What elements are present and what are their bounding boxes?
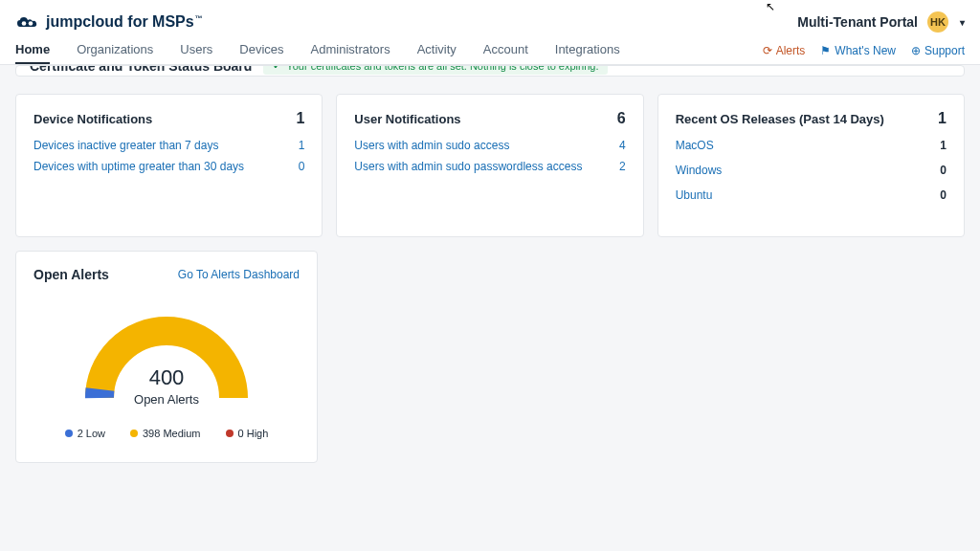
cards-row: Device Notifications 1 Devices inactive … [15, 94, 965, 237]
list-item: Devices inactive greater than 7 days 1 [33, 139, 304, 152]
os-windows-link[interactable]: Windows [676, 164, 723, 177]
device-card-count: 1 [296, 110, 304, 127]
nav-tabs: Home Organizations Users Devices Adminis… [15, 36, 620, 64]
page-body: Certificate and Token Status Board ✔ You… [0, 65, 980, 478]
tab-administrators[interactable]: Administrators [311, 36, 390, 64]
nav-whatsnew-link[interactable]: ⚑What's New [820, 44, 896, 57]
avatar[interactable]: HK [927, 11, 948, 33]
brand[interactable]: jumpcloud for MSPs™ [15, 13, 203, 31]
list-item: MacOS 1 [676, 139, 947, 152]
legend-high: 0 High [226, 428, 269, 439]
navbar: Home Organizations Users Devices Adminis… [0, 36, 980, 65]
list-item: Windows 0 [676, 164, 947, 177]
svg-point-1 [29, 21, 33, 26]
tab-devices[interactable]: Devices [239, 36, 283, 64]
dot-medium-icon [130, 430, 138, 437]
os-card-count: 1 [938, 110, 947, 127]
device-card-title: Device Notifications [33, 112, 152, 126]
legend-medium: 398 Medium [130, 428, 201, 439]
brand-logo-icon [15, 14, 40, 30]
top-right: Multi-Tenant Portal HK ▾ [797, 11, 965, 33]
brand-name: jumpcloud for MSPs™ [46, 13, 203, 31]
os-macos-link[interactable]: MacOS [676, 139, 714, 152]
cert-status-viewall[interactable]: View All [914, 65, 950, 68]
user-sudo-pwless-value: 2 [619, 160, 626, 173]
dot-low-icon [65, 430, 73, 437]
open-alerts-card: Open Alerts Go To Alerts Dashboard 400 O… [15, 251, 318, 463]
tab-integrations[interactable]: Integrations [555, 36, 620, 64]
list-item: Users with admin sudo passwordless acces… [354, 160, 625, 173]
cert-status-title: Certificate and Token Status Board [30, 65, 252, 74]
cert-status-bar: Certificate and Token Status Board ✔ You… [15, 65, 965, 77]
os-ubuntu-link[interactable]: Ubuntu [676, 188, 713, 202]
tab-organizations[interactable]: Organizations [77, 36, 153, 64]
alerts-legend: 2 Low 398 Medium 0 High [33, 428, 300, 439]
dot-high-icon [226, 430, 234, 437]
user-notifications-card: User Notifications 6 Users with admin su… [336, 94, 643, 237]
legend-low: 2 Low [65, 428, 105, 439]
list-item: Users with admin sudo access 4 [354, 139, 625, 152]
gauge-total: 400 [80, 365, 253, 390]
device-inactive-value: 1 [299, 139, 305, 152]
flag-icon: ⚑ [820, 44, 831, 57]
user-sudo-value: 4 [619, 139, 626, 152]
tab-account[interactable]: Account [483, 36, 528, 64]
nav-alerts-link[interactable]: ⟳Alerts [763, 44, 806, 57]
os-card-title: Recent OS Releases (Past 14 Days) [676, 112, 884, 126]
device-uptime-link[interactable]: Devices with uptime greater than 30 days [33, 160, 244, 173]
nav-links: ⟳Alerts ⚑What's New ⊕Support [763, 44, 965, 57]
cert-status-pill: ✔ Your certificates and tokens are all s… [263, 65, 608, 75]
goto-alerts-dashboard-link[interactable]: Go To Alerts Dashboard [178, 268, 300, 281]
chevron-down-icon[interactable]: ▾ [960, 17, 965, 28]
gauge-label: Open Alerts [80, 392, 253, 407]
lifering-icon: ⊕ [911, 44, 921, 57]
user-card-title: User Notifications [354, 112, 460, 126]
user-sudo-pwless-link[interactable]: Users with admin sudo passwordless acces… [354, 160, 582, 173]
second-row: Open Alerts Go To Alerts Dashboard 400 O… [15, 251, 965, 463]
user-sudo-link[interactable]: Users with admin sudo access [354, 139, 509, 152]
device-uptime-value: 0 [299, 160, 305, 173]
list-item: Ubuntu 0 [676, 188, 947, 202]
os-windows-value: 0 [940, 164, 947, 177]
os-macos-value: 1 [940, 139, 947, 152]
device-notifications-card: Device Notifications 1 Devices inactive … [15, 94, 323, 237]
list-item: Devices with uptime greater than 30 days… [33, 160, 304, 173]
tab-home[interactable]: Home [15, 36, 50, 64]
user-card-count: 6 [617, 110, 626, 127]
open-alerts-title: Open Alerts [33, 267, 109, 282]
tab-users[interactable]: Users [180, 36, 212, 64]
portal-label: Multi-Tenant Portal [797, 14, 918, 30]
os-ubuntu-value: 0 [940, 188, 947, 202]
nav-support-link[interactable]: ⊕Support [911, 44, 965, 57]
check-icon: ✔ [273, 65, 281, 72]
device-inactive-link[interactable]: Devices inactive greater than 7 days [33, 139, 218, 152]
svg-point-0 [22, 21, 27, 26]
bell-icon: ⟳ [763, 44, 772, 57]
os-releases-card: Recent OS Releases (Past 14 Days) 1 MacO… [657, 94, 965, 237]
alerts-gauge: 400 Open Alerts [80, 307, 253, 412]
tab-activity[interactable]: Activity [417, 36, 457, 64]
topbar: jumpcloud for MSPs™ Multi-Tenant Portal … [0, 0, 980, 36]
